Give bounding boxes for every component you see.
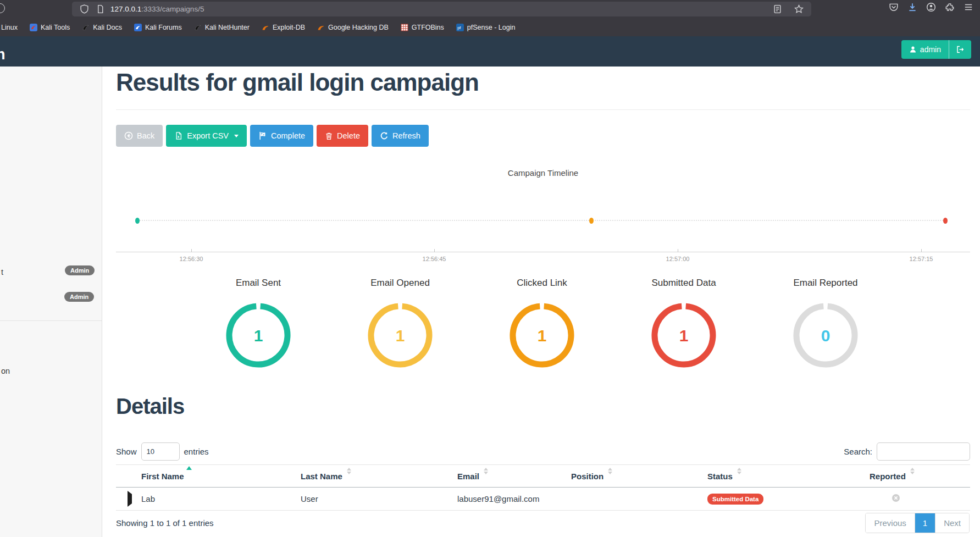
donut-chart: 1 <box>650 302 717 369</box>
admin-badge: Admin <box>64 292 94 302</box>
table-row[interactable]: Lab User labuser91@gmail.com Submitted D… <box>116 488 970 511</box>
svg-text:1: 1 <box>538 326 547 345</box>
svg-text:1: 1 <box>396 326 405 345</box>
donut-chart: 1 <box>367 302 434 369</box>
pagination-page-1[interactable]: 1 <box>915 513 935 533</box>
extensions-icon[interactable] <box>945 2 955 12</box>
google-hacking-db-icon <box>317 24 325 31</box>
page-info-icon[interactable] <box>96 4 105 14</box>
cell-status: Submitted Data <box>706 494 868 505</box>
bookmark-kali-linux[interactable]: Linux <box>1 24 18 31</box>
sidebar-item-user-management-partial[interactable]: t <box>1 268 3 276</box>
axis-tick <box>678 249 678 252</box>
export-csv-label: Export CSV <box>187 131 229 140</box>
bookmark-label: Kali Docs <box>93 24 122 31</box>
column-header-status[interactable]: Status <box>706 472 868 481</box>
sidebar-item-documentation-partial[interactable]: on <box>1 367 10 375</box>
donut-chart: 1 <box>225 302 292 369</box>
user-menu-label: admin <box>920 45 941 54</box>
bookmark-kali-docs[interactable]: Kali Docs <box>82 24 122 31</box>
downloads-icon[interactable] <box>907 2 917 12</box>
url-host: 127.0.0.1 <box>110 5 141 13</box>
sort-icon <box>737 468 741 474</box>
title-divider <box>116 109 970 110</box>
url-text[interactable]: 127.0.0.1:3333/campaigns/5 <box>110 5 769 13</box>
column-header-position[interactable]: Position <box>570 472 706 481</box>
user-menu-button[interactable]: admin <box>901 40 949 59</box>
search-label: Search: <box>844 447 872 456</box>
campaign-timeline-title: Campaign Timeline <box>116 168 970 178</box>
complete-button[interactable]: Complete <box>250 125 313 147</box>
search-input[interactable] <box>877 442 970 461</box>
search-control: Search: <box>844 442 970 461</box>
back-label: Back <box>137 131 154 140</box>
reader-view-icon[interactable] <box>773 4 782 14</box>
trash-icon <box>325 132 333 140</box>
bookmark-label: pfSense - Login <box>467 24 516 31</box>
table-summary: Showing 1 to 1 of 1 entries <box>116 518 214 528</box>
bookmark-exploit-db[interactable]: Exploit-DB <box>262 24 305 31</box>
account-icon[interactable] <box>926 2 936 12</box>
donut-email-opened: Email Opened1 <box>329 278 471 371</box>
bookmark-gtfobins[interactable]: GTFOBins <box>401 24 444 31</box>
column-header-email[interactable]: Email <box>456 472 570 481</box>
delete-button[interactable]: Delete <box>317 125 368 147</box>
brand-logo-partial[interactable]: h <box>0 46 5 63</box>
timeline-axis: 12:56:3012:56:4512:57:0012:57:15 <box>116 252 970 252</box>
timeline-plot <box>137 220 945 221</box>
axis-tick-label: 12:57:15 <box>910 256 933 262</box>
shield-icon[interactable] <box>80 4 89 14</box>
axis-tick-label: 12:56:45 <box>423 256 446 262</box>
sort-icon <box>347 468 351 474</box>
donut-chart: 1 <box>508 302 575 369</box>
results-table: First Name Last Name Email Position Stat… <box>116 464 970 511</box>
bookmark-kali-nethunter[interactable]: Kali NetHunter <box>194 24 250 31</box>
toolbar: Back x Export CSV Complete <box>116 125 429 147</box>
sidebar-divider <box>0 320 102 321</box>
bookmarks-bar: Linux Kali Tools Kali Docs Kali Forums K… <box>0 18 980 36</box>
refresh-button[interactable]: Refresh <box>372 125 429 147</box>
column-header-first-name[interactable]: First Name <box>140 472 300 481</box>
reload-icon[interactable] <box>0 3 5 13</box>
menu-icon[interactable] <box>964 2 973 12</box>
donut-title: Email Sent <box>187 278 329 289</box>
svg-text:1: 1 <box>254 326 263 345</box>
exploit-db-icon <box>262 24 269 31</box>
flag-checkered-icon <box>258 131 267 140</box>
sort-icon <box>910 468 915 474</box>
pagination-previous[interactable]: Previous <box>866 513 914 533</box>
bookmark-label: Kali NetHunter <box>205 24 250 31</box>
timeline-event-point <box>135 218 140 224</box>
bookmark-star-icon[interactable] <box>794 4 804 14</box>
donut-email-reported: Email Reported0 <box>755 278 896 371</box>
delete-label: Delete <box>337 131 360 140</box>
cell-first-name: Lab <box>140 494 300 503</box>
column-header-reported[interactable]: Reported <box>868 472 970 481</box>
export-csv-button[interactable]: x Export CSV <box>166 125 247 147</box>
arrow-circle-left-icon <box>124 131 133 140</box>
details-heading: Details <box>116 394 184 419</box>
expand-row-caret[interactable] <box>128 491 132 507</box>
pagination-next[interactable]: Next <box>935 513 969 533</box>
donut-clicked-link: Clicked Link1 <box>471 278 613 371</box>
pagination: Previous 1 Next <box>865 513 970 533</box>
column-label: Status <box>707 472 733 481</box>
column-header-last-name[interactable]: Last Name <box>300 472 456 481</box>
bookmark-label: Google Hacking DB <box>328 24 389 31</box>
back-button[interactable]: Back <box>116 125 163 147</box>
show-entries-input[interactable] <box>141 442 180 461</box>
bookmark-kali-forums[interactable]: Kali Forums <box>134 24 182 31</box>
browser-chrome: 127.0.0.1:3333/campaigns/5 <box>0 0 980 36</box>
svg-text:0: 0 <box>821 326 830 345</box>
timeline-event-point <box>943 218 948 224</box>
bookmark-pfsense[interactable]: pf pfSense - Login <box>456 24 516 31</box>
cell-email: labuser91@gmail.com <box>456 494 570 503</box>
caret-down-icon <box>234 135 239 137</box>
pocket-icon[interactable] <box>889 2 899 12</box>
url-bar[interactable]: 127.0.0.1:3333/campaigns/5 <box>72 2 811 16</box>
bookmark-google-hacking-db[interactable]: Google Hacking DB <box>317 24 389 31</box>
sort-icon <box>484 468 488 474</box>
logout-button[interactable] <box>949 40 971 59</box>
bookmark-kali-tools[interactable]: Kali Tools <box>30 24 70 31</box>
svg-text:1: 1 <box>679 326 689 345</box>
